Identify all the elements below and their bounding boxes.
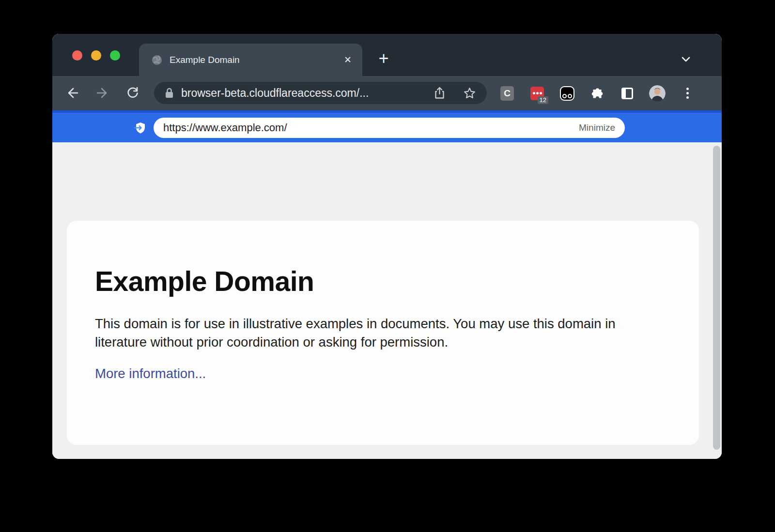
page-paragraph: This domain is for use in illustrative e… bbox=[95, 315, 657, 351]
shield-arrow-icon bbox=[134, 121, 147, 135]
avatar-photo bbox=[649, 85, 666, 102]
share-icon[interactable] bbox=[434, 86, 446, 100]
extension-c[interactable]: C bbox=[499, 84, 515, 103]
window-controls bbox=[72, 50, 120, 61]
address-bar[interactable]: browser-beta.cloudflareaccess.com/... bbox=[154, 82, 487, 104]
browser-menu-button[interactable] bbox=[679, 84, 696, 103]
side-panel-icon bbox=[621, 88, 633, 99]
lock-icon bbox=[165, 87, 174, 99]
side-panel-button[interactable] bbox=[619, 84, 636, 103]
browser-window: Example Domain ✕ + bbox=[52, 34, 722, 459]
example-domain-card: Example Domain This domain is for use in… bbox=[67, 221, 699, 445]
remote-browser-bar: https://www.example.com/ Minimize bbox=[52, 110, 722, 142]
puzzle-icon bbox=[591, 87, 604, 100]
isolated-url-bar[interactable]: https://www.example.com/ Minimize bbox=[154, 118, 625, 138]
page-viewport: Example Domain This domain is for use in… bbox=[52, 142, 722, 459]
forward-button[interactable] bbox=[95, 86, 109, 100]
tab-search-chevron-icon[interactable] bbox=[680, 53, 692, 65]
kebab-menu-icon bbox=[686, 88, 689, 99]
zoom-window-button[interactable] bbox=[110, 50, 120, 61]
more-information-link[interactable]: More information... bbox=[95, 366, 206, 381]
extensions-menu-button[interactable] bbox=[589, 84, 605, 103]
new-tab-button[interactable]: + bbox=[375, 50, 392, 68]
scrollbar-thumb[interactable] bbox=[713, 146, 720, 450]
toolbar: browser-beta.cloudflareaccess.com/... C … bbox=[52, 76, 722, 110]
isolated-url: https://www.example.com/ bbox=[163, 122, 287, 134]
extension-camera-tool[interactable] bbox=[559, 84, 575, 103]
reload-button[interactable] bbox=[126, 86, 140, 100]
minimize-window-button[interactable] bbox=[91, 50, 101, 61]
tab-favicon-globe-icon bbox=[152, 55, 162, 65]
two-circles-icon bbox=[560, 86, 574, 101]
extensions-row: C 12 bbox=[499, 76, 696, 110]
browser-tab[interactable]: Example Domain ✕ bbox=[139, 44, 362, 76]
page-title: Example Domain bbox=[95, 265, 670, 297]
extension-password-manager[interactable]: 12 bbox=[529, 84, 545, 103]
tab-strip: Example Domain ✕ + bbox=[52, 34, 722, 76]
tab-close-icon[interactable]: ✕ bbox=[344, 55, 352, 64]
tab-title: Example Domain bbox=[170, 55, 344, 65]
profile-avatar[interactable] bbox=[649, 84, 666, 103]
back-button[interactable] bbox=[66, 86, 79, 100]
minimize-bar-button[interactable]: Minimize bbox=[579, 122, 615, 133]
close-window-button[interactable] bbox=[72, 50, 82, 61]
extension-c-icon: C bbox=[500, 86, 514, 101]
bookmark-star-icon[interactable] bbox=[463, 87, 476, 100]
extension-badge: 12 bbox=[538, 96, 548, 104]
address-bar-url: browser-beta.cloudflareaccess.com/... bbox=[181, 87, 369, 100]
